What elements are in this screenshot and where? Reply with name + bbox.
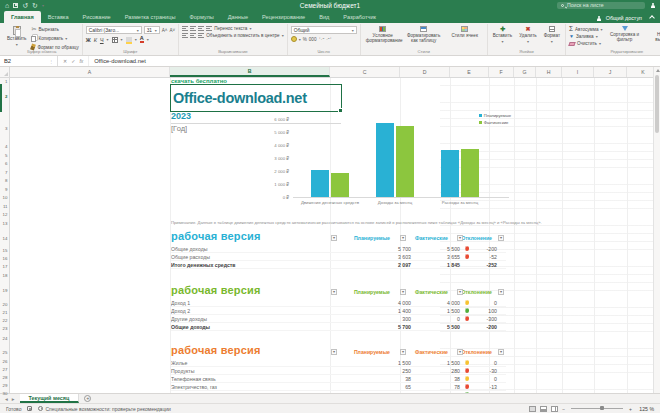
cut-button[interactable]: ✂Вырезать (31, 26, 78, 32)
zoom-knob[interactable] (600, 406, 604, 410)
row-header-22[interactable]: 22 (3, 318, 8, 323)
column-header-H[interactable]: H (536, 67, 562, 77)
row-header-10[interactable]: 10 (3, 195, 8, 200)
row-header-11[interactable]: 11 (3, 204, 8, 209)
row-header-4[interactable]: 4 (5, 144, 7, 149)
merge-center-button[interactable]: Объединить и поместить в центре (206, 33, 279, 38)
budget-bar-chart[interactable]: 6 000 ₽5 000 ₽4 000 ₽3 000 ₽2 000 ₽1 000… (263, 111, 513, 219)
underline-button[interactable]: Ч (100, 37, 104, 43)
align-middle-icon[interactable] (190, 26, 196, 31)
font-color-icon[interactable]: А (140, 36, 144, 43)
prev-sheet-icon[interactable]: ◂ (5, 396, 8, 402)
macro-record-icon[interactable] (27, 406, 32, 411)
row-header-12[interactable]: 12 (3, 212, 8, 217)
row-header-17[interactable]: 17 (3, 264, 8, 269)
delete-cells-button[interactable]: ✖ Удалить▾ (517, 25, 539, 48)
font-size-select[interactable]: 31▾ (144, 26, 160, 34)
formula-input[interactable]: Office-download.net (89, 58, 150, 64)
percent-icon[interactable]: % (303, 37, 307, 42)
tab-Рисование[interactable]: Рисование (76, 11, 118, 23)
cell-styles-button[interactable]: Стили ячеек (446, 25, 484, 48)
column-header-J[interactable]: J (594, 67, 627, 77)
normal-view-icon[interactable] (529, 406, 536, 412)
column-header-C[interactable]: C (330, 67, 400, 77)
filter-dropdown-icon[interactable]: ▼ (400, 235, 406, 241)
conditional-formatting-button[interactable]: Условное форматирование (364, 25, 402, 48)
share-button[interactable]: Общий доступ (606, 15, 642, 21)
column-header-G[interactable]: G (514, 67, 536, 77)
tab-Формулы[interactable]: Формулы (182, 11, 220, 23)
account-icon[interactable] (650, 3, 655, 8)
increase-decimal-icon[interactable]: ⁺·⁰ (318, 37, 324, 42)
row-header-20[interactable]: 20 (3, 302, 8, 307)
filter-dropdown-icon[interactable]: ▼ (331, 289, 337, 295)
font-family-select[interactable]: Calibri (Заго...▾ (86, 26, 142, 34)
insert-function-icon[interactable]: fx (79, 58, 83, 64)
filter-dropdown-icon[interactable]: ▼ (457, 289, 463, 295)
name-box[interactable]: B2⋮ (0, 56, 58, 66)
autosum-button[interactable]: ΣАвтосумма▾ (569, 26, 602, 32)
column-header-E[interactable]: E (450, 67, 489, 77)
row-header-18[interactable]: 18 (3, 273, 8, 278)
accessibility-status[interactable]: Специальные возможности: проверьте реком… (38, 406, 170, 412)
next-sheet-icon[interactable]: ▸ (12, 396, 15, 402)
wrap-text-button[interactable]: Перенос текста (214, 26, 247, 31)
page-break-view-icon[interactable] (551, 406, 558, 412)
row-header-26[interactable]: 26 (3, 359, 8, 364)
comma-style-icon[interactable]: 000 (309, 37, 317, 42)
column-header-A[interactable]: A (10, 67, 170, 77)
format-as-table-button[interactable]: Форматировать как таблицу (405, 25, 443, 48)
row-header-27[interactable]: 27 (3, 367, 8, 372)
filter-dropdown-icon[interactable]: ▼ (457, 349, 463, 355)
zoom-out-icon[interactable]: − (562, 406, 565, 412)
cancel-entry-icon[interactable]: ✕ (63, 58, 67, 64)
row-header-21[interactable]: 21 (3, 310, 8, 315)
vertical-scrollbar[interactable] (653, 67, 660, 393)
row-header-6[interactable]: 6 (5, 161, 7, 166)
align-bottom-icon[interactable] (198, 26, 204, 31)
row-header-3[interactable]: 3 (5, 126, 7, 131)
borders-icon[interactable] (112, 37, 118, 43)
row-header-9[interactable]: 9 (5, 187, 7, 192)
number-format-select[interactable]: Общий▾ (291, 26, 357, 34)
column-header-D[interactable]: D (400, 67, 450, 77)
confirm-entry-icon[interactable]: ✓ (71, 58, 75, 64)
row-header-5[interactable]: 5 (5, 153, 7, 158)
row-header-16[interactable]: 16 (3, 256, 8, 261)
paste-button[interactable]: Вставить ▾ (5, 25, 28, 48)
fill-color-icon[interactable] (126, 37, 132, 43)
tab-Данные[interactable]: Данные (221, 11, 255, 23)
row-header-13[interactable]: 13 (3, 221, 8, 226)
find-select-button[interactable]: Найти и выделить (647, 25, 660, 48)
search-input[interactable]: Поиск на листе (557, 2, 645, 9)
merge-center-icon[interactable] (198, 33, 204, 38)
tab-Главная[interactable]: Главная (4, 11, 41, 23)
decrease-font-icon[interactable]: A˅ (169, 28, 175, 33)
filter-dropdown-icon[interactable]: ▼ (400, 349, 406, 355)
zoom-slider[interactable] (571, 408, 623, 409)
row-header-29[interactable]: 29 (3, 383, 8, 388)
column-header-F[interactable]: F (489, 67, 514, 77)
row-header-19[interactable]: 19 (3, 288, 8, 293)
tab-Вид[interactable]: Вид (312, 11, 336, 23)
align-top-icon[interactable] (182, 26, 188, 31)
fill-button[interactable]: ▼Заливка▾ (569, 34, 602, 39)
row-header-24[interactable]: 24 (3, 336, 8, 341)
filter-dropdown-icon[interactable]: ▼ (331, 235, 337, 241)
filter-dropdown-icon[interactable]: ▼ (498, 235, 504, 241)
row-header-30[interactable]: 30 (3, 391, 8, 396)
select-all-corner[interactable] (0, 67, 10, 78)
sort-filter-button[interactable]: Сортировка и фильтр (606, 25, 644, 48)
row-header-23[interactable]: 23 (3, 326, 8, 331)
row-header-25[interactable]: 25 (3, 350, 8, 355)
sheet-content[interactable]: скачать бесплатно Office-download.net 20… (10, 78, 660, 393)
column-header-B[interactable]: B (170, 67, 330, 77)
accounting-format-icon[interactable] (291, 36, 297, 42)
filter-dropdown-icon[interactable]: ▼ (498, 349, 504, 355)
align-center-icon[interactable] (190, 33, 196, 38)
tab-Разметка страницы[interactable]: Разметка страницы (118, 11, 183, 23)
selected-cell-b2[interactable]: Office-download.net (170, 84, 342, 112)
row-header-1[interactable]: 1 (5, 79, 7, 84)
zoom-in-icon[interactable]: + (629, 406, 632, 412)
page-layout-view-icon[interactable] (540, 406, 547, 412)
